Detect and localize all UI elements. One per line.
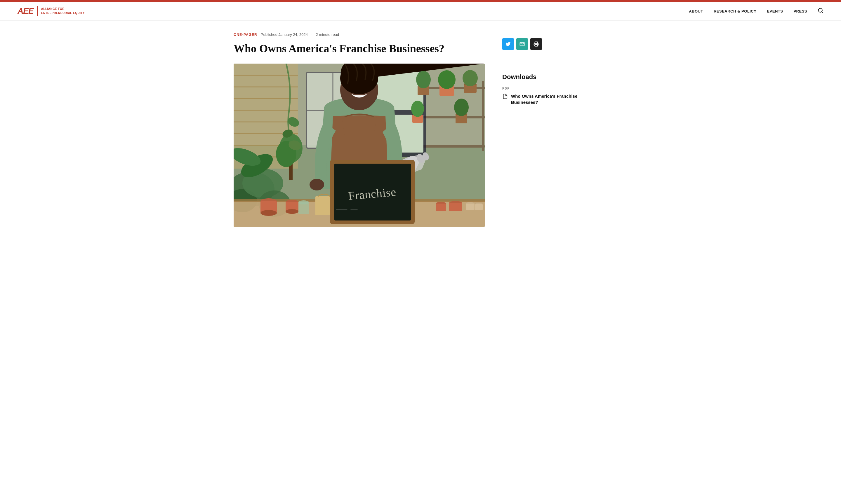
svg-rect-45 [449,203,462,211]
svg-rect-66 [350,209,358,210]
page-wrapper: ONE-PAGER Published January 24, 2024 · 2… [216,21,625,238]
svg-point-38 [260,210,277,216]
svg-rect-65 [336,210,347,210]
site-header: AEE ALLIANCE FOR ENTREPRENEURIAL EQUITY … [0,2,841,21]
pdf-link[interactable]: Who Owns America's Franchise Businesses? [511,93,584,105]
downloads-heading: Downloads [502,73,584,81]
logo-text: ALLIANCE FOR ENTREPRENEURIAL EQUITY [41,7,85,15]
main-nav: ABOUT RESEARCH & POLICY EVENTS PRESS [689,7,823,15]
article-meta: ONE-PAGER Published January 24, 2024 · 2… [234,32,485,37]
meta-separator: · [311,32,312,37]
pdf-label: PDF [502,87,584,90]
svg-point-54 [310,179,324,191]
logo-area[interactable]: AEE ALLIANCE FOR ENTREPRENEURIAL EQUITY [18,6,85,16]
nav-about[interactable]: ABOUT [689,9,703,14]
svg-line-1 [822,12,823,13]
read-time: 2 minute read [316,32,339,37]
article-hero-image: Franchise [234,64,485,227]
twitter-share-button[interactable] [502,38,514,50]
nav-press[interactable]: PRESS [793,9,807,14]
logo-aee: AEE [18,6,34,16]
logo-divider [37,6,38,16]
pdf-download-item[interactable]: Who Owns America's Franchise Businesses? [502,93,584,105]
downloads-section: Downloads PDF Who Owns America's Franchi… [502,73,584,105]
svg-rect-49 [298,202,309,214]
svg-rect-43 [436,203,446,211]
main-content: ONE-PAGER Published January 24, 2024 · 2… [234,32,485,227]
nav-research[interactable]: RESEARCH & POLICY [714,9,756,14]
svg-point-41 [286,209,298,214]
svg-point-75 [463,70,478,86]
svg-point-69 [416,71,431,88]
social-share [502,32,584,56]
svg-point-78 [411,101,424,117]
svg-rect-51 [466,203,475,210]
email-share-button[interactable] [516,38,528,50]
svg-rect-85 [535,44,537,47]
article-tag: ONE-PAGER [234,33,257,37]
svg-rect-8 [482,81,484,151]
nav-events[interactable]: EVENTS [767,9,783,14]
print-button[interactable] [530,38,542,50]
publish-date: Published January 24, 2024 [261,32,308,37]
svg-rect-53 [475,204,483,210]
search-icon[interactable] [818,7,823,15]
sidebar: Downloads PDF Who Owns America's Franchi… [502,32,584,227]
svg-point-81 [454,98,469,116]
pdf-file-icon [502,94,508,102]
svg-point-72 [438,70,456,89]
article-title: Who Owns America's Franchise Businesses? [234,42,485,55]
